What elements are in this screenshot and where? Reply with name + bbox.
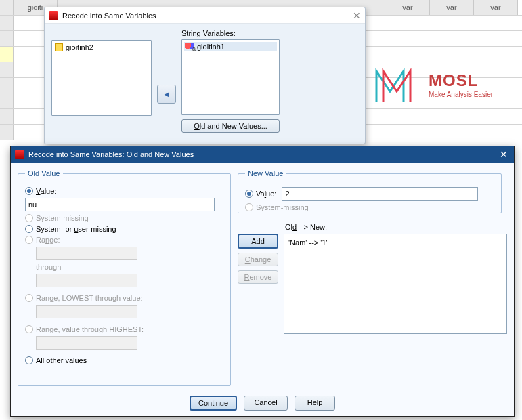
old-new-values-dialog: Recode into Same Variables: Old and New … — [10, 146, 515, 417]
range-lowest-radio — [25, 294, 33, 302]
all-other-radio[interactable] — [25, 356, 33, 364]
range-highest-radio — [25, 325, 33, 333]
app-icon — [15, 150, 24, 159]
app-icon — [49, 11, 58, 20]
list-item[interactable]: gioitinh1 — [184, 42, 277, 51]
arrow-left-icon: ◄ — [163, 90, 171, 98]
new-value-group: New Value Value: System-missing — [238, 169, 502, 213]
range-from-input — [36, 247, 137, 260]
range-lowest-input — [36, 305, 137, 318]
string-var-icon — [185, 43, 194, 51]
col-var[interactable]: var — [474, 0, 518, 15]
range-radio — [25, 236, 33, 244]
recode-dialog: Recode into Same Variables ✕ gioitinh2 ◄… — [44, 7, 366, 144]
old-new-values-button[interactable]: Old and New Values... — [181, 119, 280, 133]
remove-button: Remove — [238, 270, 278, 284]
range-to-input — [36, 274, 137, 287]
old-value-legend: Old Value — [25, 169, 63, 177]
through-label: through — [36, 263, 223, 271]
logo-tagline: Make Analysis Easier — [429, 91, 493, 98]
range-highest-input — [36, 336, 137, 350]
mapping-item[interactable]: 'Nam' --> '1' — [288, 238, 502, 247]
new-value-legend: New Value — [245, 169, 286, 177]
close-icon[interactable]: ✕ — [498, 149, 510, 160]
col-var[interactable]: var — [386, 0, 430, 15]
system-missing-radio — [25, 214, 33, 222]
list-item[interactable]: gioitinh2 — [54, 43, 149, 52]
add-button[interactable]: Add — [238, 234, 278, 249]
dialog2-titlebar[interactable]: Recode into Same Variables: Old and New … — [11, 146, 514, 163]
old-value-input[interactable] — [25, 198, 215, 211]
dialog1-titlebar[interactable]: Recode into Same Variables ✕ — [45, 7, 365, 24]
old-new-label: Old --> New: — [285, 223, 507, 231]
grid-corner — [0, 0, 14, 15]
old-value-group: Old Value Value: System-missing System- … — [18, 169, 231, 386]
continue-button[interactable]: Continue — [190, 396, 237, 411]
mosl-logo: MOSL Make Analysis Easier — [373, 54, 508, 115]
col-var[interactable]: var — [430, 0, 474, 15]
dialog2-title: Recode into Same Variables: Old and New … — [28, 150, 194, 159]
source-variables-list[interactable]: gioitinh2 — [51, 40, 152, 116]
new-system-missing-radio — [245, 203, 253, 211]
new-value-input[interactable] — [282, 187, 478, 201]
logo-mark-icon — [373, 64, 420, 105]
cancel-button[interactable]: Cancel — [244, 396, 288, 411]
string-variables-label: String Variables: — [181, 29, 280, 37]
dialog1-title: Recode into Same Variables — [62, 12, 156, 20]
change-button: Change — [238, 253, 278, 266]
close-icon[interactable]: ✕ — [353, 10, 361, 21]
system-user-missing-radio[interactable] — [25, 225, 33, 233]
move-left-button[interactable]: ◄ — [157, 85, 176, 104]
help-button[interactable]: Help — [295, 396, 335, 411]
string-variables-list[interactable]: gioitinh1 — [181, 39, 280, 115]
new-value-radio[interactable] — [245, 190, 253, 198]
mappings-list[interactable]: 'Nam' --> '1' — [284, 234, 507, 334]
logo-text: MOSL — [429, 71, 493, 90]
scale-icon — [55, 43, 63, 51]
value-radio[interactable] — [25, 187, 33, 195]
